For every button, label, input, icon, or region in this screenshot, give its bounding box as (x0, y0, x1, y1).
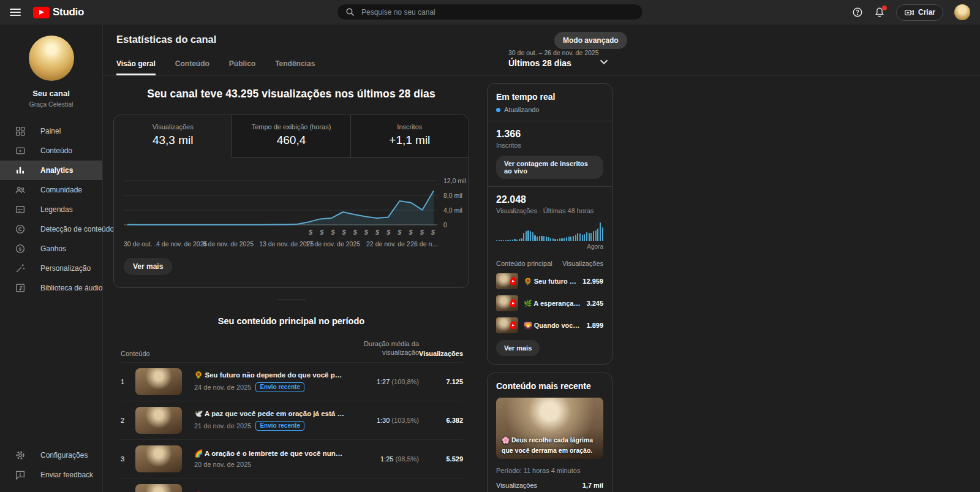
video-views: 7.125 (419, 378, 463, 385)
see-more-button[interactable]: Ver mais (124, 258, 172, 275)
notification-badge (882, 6, 887, 10)
table-row[interactable]: 4🌹 Deus não se esquece do que você pediu… (121, 478, 463, 492)
analytics-icon (15, 165, 26, 176)
video-views: 3.245 (586, 300, 603, 307)
sidebar-item-painel[interactable]: Painel (0, 121, 102, 141)
realtime-updating-status: Atualizando (496, 106, 603, 113)
video-views: 12.959 (582, 278, 603, 285)
realtime-list-header-views: Visualizações (562, 260, 603, 267)
tab-conteudo[interactable]: Conteúdo (175, 59, 209, 75)
realtime-bar (521, 238, 522, 241)
realtime-bar (527, 230, 529, 241)
metric-tab-tempo-de-exibicao-horas[interactable]: Tempo de exibição (horas)460,4 (232, 115, 350, 158)
help-icon[interactable] (852, 7, 863, 18)
analytics-header: Estatísticas do canal Modo avançado 30 d… (103, 25, 980, 76)
sidebar-item-analytics[interactable]: Analytics (0, 161, 102, 180)
table-row[interactable]: 3🌈 A oração é o lembrete de que você nun… (121, 439, 463, 478)
realtime-bar (568, 237, 570, 241)
youtube-logo-icon (33, 7, 50, 18)
sidebar-item-legendas[interactable]: Legendas (0, 200, 102, 219)
realtime-bar (552, 238, 554, 241)
create-button[interactable]: Criar (896, 4, 943, 21)
latest-video-thumbnail[interactable]: 🌸 Deus recolhe cada lágrima que você der… (496, 398, 603, 459)
video-title: 🌻 Seu futuro não depe... (524, 278, 578, 286)
realtime-bar (573, 236, 574, 241)
video-title: 🌻 Seu futuro não depende do que você per… (194, 371, 345, 379)
account-avatar[interactable] (954, 4, 970, 20)
realtime-see-more-button[interactable]: Ver mais (496, 340, 540, 356)
tab-publico[interactable]: Público (229, 59, 255, 75)
monetized-icon: $ (386, 229, 390, 236)
sidebar-item-deteccao-de-conteudo[interactable]: Detecção de conteúdo (0, 219, 102, 239)
metric-tab-visualizacoes[interactable]: Visualizações43,3 mil (114, 115, 232, 158)
realtime-list-header: Conteúdo principal Visualizações (496, 260, 603, 267)
realtime-bar-chart[interactable] (496, 222, 603, 241)
sidebar-item-conteudo[interactable]: Conteúdo (0, 141, 102, 161)
search-bar[interactable] (337, 4, 643, 20)
tab-visao-geral[interactable]: Visão geral (116, 59, 156, 75)
views-line-chart[interactable]: 12,0 mil8,0 mil4,0 mil0 $$$$$$$$$$$$ 30 … (124, 177, 437, 226)
date-range-picker[interactable]: 30 de out. – 26 de nov. de 2025 Últimos … (508, 49, 599, 68)
realtime-list-header-content: Conteúdo principal (496, 260, 552, 267)
monetized-icon: $ (353, 229, 357, 236)
table-row[interactable]: 2🕊️ A paz que você pede em oração já est… (121, 401, 463, 439)
notifications-bell-icon[interactable] (874, 7, 885, 18)
video-thumbnail (496, 273, 518, 289)
monetized-icon: $ (331, 229, 334, 236)
search-icon (345, 7, 355, 17)
realtime-bar (577, 233, 578, 241)
video-views: 6.382 (419, 417, 463, 424)
realtime-content-item[interactable]: 🌿 A esperança renasce ...3.245 (496, 295, 603, 311)
overview-chart-card: Visualizações43,3 milTempo de exibição (… (113, 115, 469, 288)
realtime-bar (600, 222, 601, 241)
realtime-bar (505, 240, 507, 241)
row-rank: 2 (121, 417, 135, 424)
y-axis-label: 0 (443, 221, 447, 229)
realtime-bar (559, 238, 560, 241)
live-subscriber-count-button[interactable]: Ver contagem de inscritos ao vivo (496, 156, 603, 179)
dashboard-icon (15, 126, 26, 137)
youtube-studio-logo[interactable]: Studio (33, 6, 84, 18)
latest-stat-row: Visualizações1,7 mil (496, 482, 603, 489)
realtime-views: 22.048 (496, 194, 603, 205)
realtime-bar (534, 235, 535, 241)
content-icon (15, 145, 26, 156)
date-range-text: 30 de out. – 26 de nov. de 2025 (508, 49, 599, 56)
chart-x-axis: 30 de out. ...4 de nov. de 20258 de nov.… (124, 240, 437, 249)
sidebar-item-personalizacao[interactable]: Personalização (0, 259, 102, 278)
sidebar-item-configuracoes[interactable]: Configurações (0, 445, 102, 465)
date-period-text: Últimos 28 dias (508, 58, 599, 68)
metric-tab-inscritos[interactable]: Inscritos+1,1 mil (350, 115, 469, 158)
sidebar-item-biblioteca-de-audio[interactable]: Biblioteca de áudio (0, 278, 102, 298)
realtime-title: Em tempo real (496, 92, 603, 102)
sidebar-item-comunidade[interactable]: Comunidade (0, 180, 102, 200)
video-date: 20 de nov. de 2025 (194, 461, 251, 468)
video-thumbnail (135, 445, 182, 472)
advanced-mode-button[interactable]: Modo avançado (554, 32, 627, 49)
realtime-bar (597, 229, 598, 241)
realtime-bar (570, 237, 571, 241)
chevron-down-icon[interactable] (597, 55, 611, 71)
realtime-bar (602, 227, 603, 241)
y-axis-label: 8,0 mil (443, 192, 462, 199)
table-row[interactable]: 1🌻 Seu futuro não depende do que você pe… (121, 362, 463, 401)
feedback-icon (15, 469, 26, 480)
tab-tendencias[interactable]: Tendências (275, 59, 315, 75)
realtime-bar (530, 231, 531, 241)
realtime-content-item[interactable]: 🌄 Quando você se ajoel...1.899 (496, 317, 603, 333)
realtime-bar (510, 240, 511, 241)
sidebar-item-enviar-feedback[interactable]: Enviar feedback (0, 465, 102, 485)
sidebar-item-ganhos[interactable]: $Ganhos (0, 239, 102, 259)
avg-view-duration: 1:30 (103,5%) (352, 417, 419, 424)
x-axis-label: 4 de nov. de 2025 (156, 240, 207, 248)
realtime-bar (548, 237, 549, 241)
video-date: 21 de nov. de 2025 (194, 422, 251, 430)
realtime-content-item[interactable]: 🌻 Seu futuro não depe...12.959 (496, 273, 603, 289)
realtime-bar (496, 240, 497, 241)
recent-upload-badge: Envio recente (255, 382, 304, 392)
channel-avatar[interactable] (29, 36, 74, 81)
search-input[interactable] (361, 8, 619, 17)
menu-icon[interactable] (10, 9, 21, 16)
realtime-bar (590, 233, 592, 241)
video-title: 🌈 A oração é o lembrete de que você nunc… (194, 449, 345, 458)
